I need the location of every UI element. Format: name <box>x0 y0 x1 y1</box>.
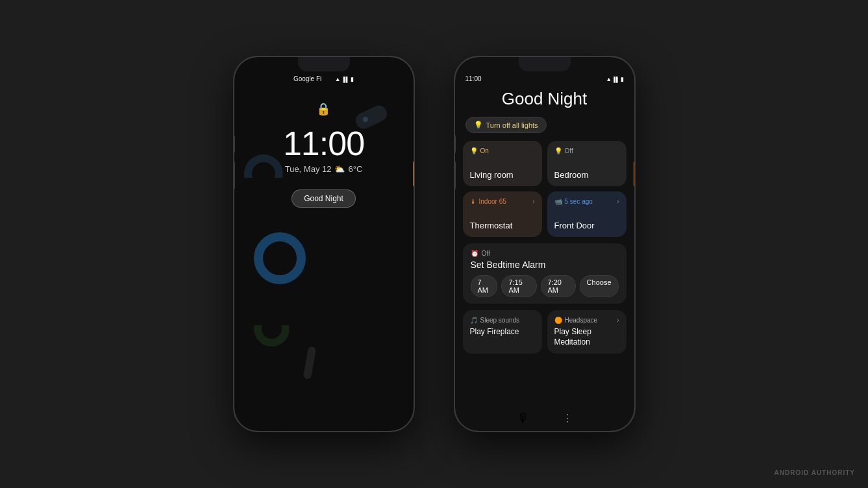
bedroom-card-header: 💡 Off <box>554 147 619 154</box>
signal-icon <box>343 75 348 82</box>
sleep-sounds-header: 🎵 Sleep sounds <box>470 317 535 324</box>
bulb-icon: 💡 <box>474 121 483 129</box>
front-door-card[interactable]: 📹 5 sec ago › Front Door <box>547 191 626 237</box>
c-shape <box>244 154 283 193</box>
lockscreen-date: Tue, May 12 ⛅ 6°C <box>285 164 363 174</box>
volume-down-button-2[interactable] <box>454 161 456 189</box>
sleep-sounds-label: Play Fireplace <box>470 327 535 337</box>
headspace-icon: 🟠 <box>554 317 562 324</box>
headspace-category: Headspace <box>565 317 598 324</box>
lockscreen-time: 11:00 <box>283 127 364 160</box>
phone-lockscreen: Google Fi 🔒 11:00 Tue, May 12 <box>233 56 415 432</box>
wifi-icon <box>335 75 341 82</box>
alarm-chip-715am[interactable]: 7:15 AM <box>501 275 536 297</box>
turn-off-label: Turn off all lights <box>486 121 538 129</box>
volume-up-button-2[interactable] <box>454 135 456 153</box>
gn-signal-icon <box>614 75 618 82</box>
camera-icon: 📹 <box>554 198 562 205</box>
thermostat-chevron-icon: › <box>532 198 534 205</box>
gn-status-icons <box>606 75 623 82</box>
date-text: Tue, May 12 <box>285 164 332 174</box>
thermostat-card[interactable]: 🌡 Indoor 65 › Thermostat <box>463 191 542 237</box>
headspace-card[interactable]: 🟠 Headspace › Play Sleep Meditation <box>547 310 626 354</box>
scene: Google Fi 🔒 11:00 Tue, May 12 <box>0 0 868 488</box>
front-door-status-text: 5 sec ago <box>565 198 593 205</box>
status-bar: Google Fi <box>283 75 364 82</box>
gn-time: 11:00 <box>465 75 482 82</box>
bar-shape <box>303 346 316 379</box>
alarm-icon: ⏰ <box>471 250 478 257</box>
bedroom-status-text: Off <box>565 147 573 154</box>
bedroom-status: 💡 Off <box>554 147 573 154</box>
thermostat-status-text: Indoor 65 <box>479 198 506 205</box>
alarm-chip-choose[interactable]: Choose <box>580 275 619 297</box>
goodnight-screen: 11:00 Good Night 💡 Turn off all lights <box>455 57 634 431</box>
more-icon[interactable]: ⋮ <box>562 412 573 424</box>
volume-up-button[interactable] <box>233 135 235 153</box>
ring-shape <box>254 232 306 284</box>
page-title: Good Night <box>455 89 634 109</box>
front-door-card-header: 📹 5 sec ago › <box>554 198 619 205</box>
headspace-label: Play Sleep Meditation <box>554 327 619 347</box>
thermostat-card-header: 🌡 Indoor 65 › <box>470 198 535 205</box>
alarm-chip-720am[interactable]: 7:20 AM <box>541 275 576 297</box>
bedroom-card[interactable]: 💡 Off Bedroom <box>547 141 626 186</box>
bedroom-icon: 💡 <box>554 147 562 154</box>
gn-status-bar: 11:00 <box>455 75 634 82</box>
sleep-sounds-category: Sleep sounds <box>480 317 520 324</box>
notch-2 <box>519 57 571 71</box>
temperature-text: 6°C <box>348 164 362 174</box>
living-room-icon: 💡 <box>470 147 478 154</box>
front-door-chevron-icon: › <box>617 198 619 205</box>
gn-battery-icon <box>621 75 624 82</box>
power-button[interactable] <box>413 161 415 187</box>
thermostat-icon: 🌡 <box>470 198 477 205</box>
carrier-label: Google Fi <box>293 75 321 82</box>
volume-down-button[interactable] <box>233 161 235 189</box>
sleep-sounds-card[interactable]: 🎵 Sleep sounds Play Fireplace <box>463 310 542 354</box>
music-icon: 🎵 <box>470 317 478 324</box>
lockscreen-content: Google Fi 🔒 11:00 Tue, May 12 <box>283 75 364 208</box>
bottom-cards-grid: 🎵 Sleep sounds Play Fireplace 🟠 Headspac… <box>455 310 634 354</box>
front-door-label: Front Door <box>554 221 619 230</box>
headspace-header: 🟠 Headspace › <box>554 317 619 324</box>
alarm-title: Set Bedtime Alarm <box>471 260 619 270</box>
turn-off-lights-button[interactable]: 💡 Turn off all lights <box>465 117 547 133</box>
goodnight-button[interactable]: Good Night <box>291 189 356 208</box>
living-room-status: 💡 On <box>470 147 489 154</box>
bedroom-label: Bedroom <box>554 170 619 180</box>
battery-icon <box>351 75 354 82</box>
thermostat-label: Thermostat <box>470 221 535 230</box>
watermark: ANDROID AUTHORITY <box>775 469 855 476</box>
gn-wifi-icon <box>606 75 612 82</box>
living-room-card-header: 💡 On <box>470 147 535 154</box>
notch <box>298 57 350 71</box>
status-icons <box>335 75 354 82</box>
alarm-times: 7 AM 7:15 AM 7:20 AM Choose <box>471 275 619 297</box>
alarm-header: ⏰ Off <box>471 250 619 257</box>
lockscreen: Google Fi 🔒 11:00 Tue, May 12 <box>234 57 414 431</box>
weather-icon: ⛅ <box>334 164 345 174</box>
alarm-section: ⏰ Off Set Bedtime Alarm 7 AM 7:15 AM 7:2… <box>463 243 626 304</box>
alarm-status-text: Off <box>482 250 490 257</box>
living-room-status-text: On <box>480 147 489 154</box>
device-cards-grid: 💡 On Living room 💡 Off <box>455 141 634 237</box>
lock-icon: 🔒 <box>316 102 330 116</box>
phone-goodnight: 11:00 Good Night 💡 Turn off all lights <box>454 56 636 432</box>
alarm-chip-7am[interactable]: 7 AM <box>471 275 498 297</box>
living-room-card[interactable]: 💡 On Living room <box>463 141 542 186</box>
thermostat-status: 🌡 Indoor 65 <box>470 198 506 205</box>
living-room-label: Living room <box>470 170 535 180</box>
headspace-chevron-icon: › <box>617 317 619 324</box>
mic-icon[interactable]: 🎙 <box>517 411 530 426</box>
navbar: 🎙 ⋮ <box>455 406 634 431</box>
front-door-status: 📹 5 sec ago <box>554 198 593 205</box>
power-button-2[interactable] <box>634 161 636 187</box>
u-shape <box>254 311 290 347</box>
